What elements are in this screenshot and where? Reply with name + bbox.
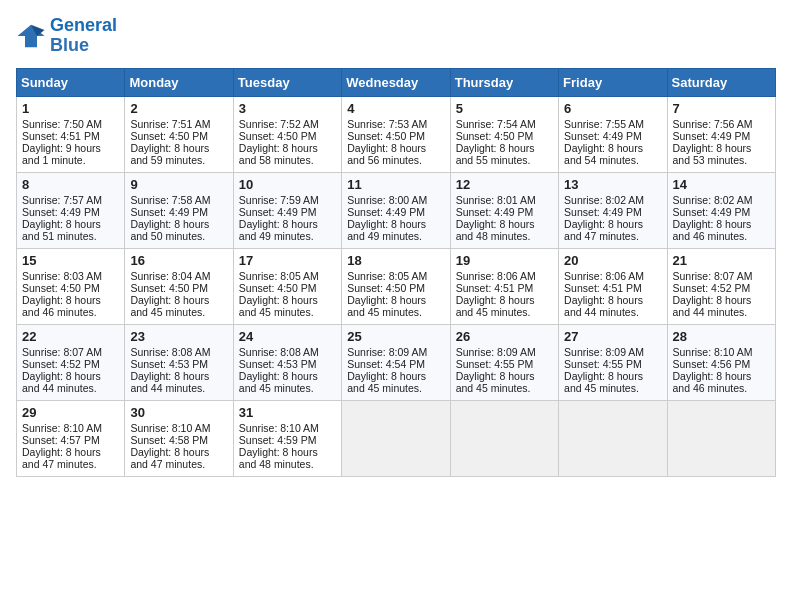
day-info-line: Sunrise: 8:00 AM bbox=[347, 194, 444, 206]
day-number: 1 bbox=[22, 101, 119, 116]
calendar-cell: 14Sunrise: 8:02 AMSunset: 4:49 PMDayligh… bbox=[667, 172, 775, 248]
day-info-line: Daylight: 8 hours bbox=[347, 294, 444, 306]
day-info-line: and 54 minutes. bbox=[564, 154, 661, 166]
day-number: 6 bbox=[564, 101, 661, 116]
day-info-line: Daylight: 8 hours bbox=[239, 370, 336, 382]
day-info-line: and 44 minutes. bbox=[564, 306, 661, 318]
day-number: 20 bbox=[564, 253, 661, 268]
day-info-line: and 44 minutes. bbox=[22, 382, 119, 394]
day-number: 16 bbox=[130, 253, 227, 268]
day-info-line: Daylight: 8 hours bbox=[673, 294, 770, 306]
day-info-line: Sunrise: 8:08 AM bbox=[239, 346, 336, 358]
day-info-line: Sunrise: 8:09 AM bbox=[456, 346, 553, 358]
day-info-line: Sunrise: 8:05 AM bbox=[239, 270, 336, 282]
logo-text: General Blue bbox=[50, 16, 117, 56]
day-info-line: Sunrise: 8:10 AM bbox=[22, 422, 119, 434]
day-number: 21 bbox=[673, 253, 770, 268]
day-info-line: Sunset: 4:50 PM bbox=[239, 282, 336, 294]
day-number: 22 bbox=[22, 329, 119, 344]
calendar-cell: 9Sunrise: 7:58 AMSunset: 4:49 PMDaylight… bbox=[125, 172, 233, 248]
header-saturday: Saturday bbox=[667, 68, 775, 96]
day-info-line: and 55 minutes. bbox=[456, 154, 553, 166]
day-info-line: Sunrise: 7:57 AM bbox=[22, 194, 119, 206]
week-row-5: 29Sunrise: 8:10 AMSunset: 4:57 PMDayligh… bbox=[17, 400, 776, 476]
day-info-line: Daylight: 8 hours bbox=[130, 294, 227, 306]
day-info-line: Sunrise: 7:55 AM bbox=[564, 118, 661, 130]
day-info-line: and 46 minutes. bbox=[673, 382, 770, 394]
day-info-line: Sunset: 4:51 PM bbox=[456, 282, 553, 294]
day-info-line: Sunset: 4:49 PM bbox=[239, 206, 336, 218]
day-info-line: and 45 minutes. bbox=[239, 382, 336, 394]
svg-marker-0 bbox=[18, 25, 45, 48]
day-number: 14 bbox=[673, 177, 770, 192]
header-sunday: Sunday bbox=[17, 68, 125, 96]
day-info-line: Sunset: 4:52 PM bbox=[673, 282, 770, 294]
calendar-cell bbox=[342, 400, 450, 476]
day-info-line: Sunset: 4:50 PM bbox=[347, 130, 444, 142]
day-info-line: Sunset: 4:50 PM bbox=[456, 130, 553, 142]
day-info-line: Sunrise: 7:50 AM bbox=[22, 118, 119, 130]
calendar-cell: 17Sunrise: 8:05 AMSunset: 4:50 PMDayligh… bbox=[233, 248, 341, 324]
day-number: 29 bbox=[22, 405, 119, 420]
day-info-line: and 44 minutes. bbox=[130, 382, 227, 394]
calendar-cell: 11Sunrise: 8:00 AMSunset: 4:49 PMDayligh… bbox=[342, 172, 450, 248]
day-info-line: Sunrise: 7:52 AM bbox=[239, 118, 336, 130]
calendar-cell: 24Sunrise: 8:08 AMSunset: 4:53 PMDayligh… bbox=[233, 324, 341, 400]
calendar-cell: 21Sunrise: 8:07 AMSunset: 4:52 PMDayligh… bbox=[667, 248, 775, 324]
day-info-line: and 47 minutes. bbox=[564, 230, 661, 242]
day-number: 9 bbox=[130, 177, 227, 192]
day-info-line: Sunset: 4:55 PM bbox=[456, 358, 553, 370]
calendar-cell: 8Sunrise: 7:57 AMSunset: 4:49 PMDaylight… bbox=[17, 172, 125, 248]
calendar-cell: 26Sunrise: 8:09 AMSunset: 4:55 PMDayligh… bbox=[450, 324, 558, 400]
day-info-line: Sunset: 4:49 PM bbox=[673, 130, 770, 142]
day-info-line: Daylight: 8 hours bbox=[239, 446, 336, 458]
day-info-line: and 45 minutes. bbox=[456, 382, 553, 394]
week-row-4: 22Sunrise: 8:07 AMSunset: 4:52 PMDayligh… bbox=[17, 324, 776, 400]
day-info-line: and 45 minutes. bbox=[239, 306, 336, 318]
day-info-line: Sunset: 4:50 PM bbox=[347, 282, 444, 294]
day-info-line: Daylight: 9 hours bbox=[22, 142, 119, 154]
calendar-cell: 3Sunrise: 7:52 AMSunset: 4:50 PMDaylight… bbox=[233, 96, 341, 172]
day-info-line: Daylight: 8 hours bbox=[239, 218, 336, 230]
day-number: 2 bbox=[130, 101, 227, 116]
day-info-line: Sunrise: 8:06 AM bbox=[456, 270, 553, 282]
day-info-line: and 53 minutes. bbox=[673, 154, 770, 166]
calendar-cell: 20Sunrise: 8:06 AMSunset: 4:51 PMDayligh… bbox=[559, 248, 667, 324]
day-number: 4 bbox=[347, 101, 444, 116]
day-info-line: Sunset: 4:51 PM bbox=[22, 130, 119, 142]
calendar-cell: 4Sunrise: 7:53 AMSunset: 4:50 PMDaylight… bbox=[342, 96, 450, 172]
day-info-line: Sunrise: 8:09 AM bbox=[347, 346, 444, 358]
day-info-line: Daylight: 8 hours bbox=[564, 218, 661, 230]
day-info-line: and 1 minute. bbox=[22, 154, 119, 166]
day-number: 15 bbox=[22, 253, 119, 268]
day-info-line: Sunrise: 7:51 AM bbox=[130, 118, 227, 130]
day-info-line: Sunrise: 8:10 AM bbox=[673, 346, 770, 358]
day-info-line: Sunrise: 8:10 AM bbox=[239, 422, 336, 434]
day-info-line: and 47 minutes. bbox=[130, 458, 227, 470]
day-info-line: and 51 minutes. bbox=[22, 230, 119, 242]
week-row-3: 15Sunrise: 8:03 AMSunset: 4:50 PMDayligh… bbox=[17, 248, 776, 324]
day-info-line: Sunrise: 8:05 AM bbox=[347, 270, 444, 282]
day-info-line: Sunrise: 8:03 AM bbox=[22, 270, 119, 282]
day-number: 31 bbox=[239, 405, 336, 420]
calendar-cell bbox=[667, 400, 775, 476]
day-info-line: Daylight: 8 hours bbox=[456, 142, 553, 154]
day-info-line: Sunset: 4:49 PM bbox=[22, 206, 119, 218]
calendar-cell: 23Sunrise: 8:08 AMSunset: 4:53 PMDayligh… bbox=[125, 324, 233, 400]
day-info-line: Sunset: 4:49 PM bbox=[673, 206, 770, 218]
day-info-line: Daylight: 8 hours bbox=[347, 370, 444, 382]
day-info-line: Sunset: 4:49 PM bbox=[456, 206, 553, 218]
day-number: 17 bbox=[239, 253, 336, 268]
day-info-line: Daylight: 8 hours bbox=[564, 294, 661, 306]
day-info-line: Sunset: 4:50 PM bbox=[130, 130, 227, 142]
day-number: 7 bbox=[673, 101, 770, 116]
day-info-line: Daylight: 8 hours bbox=[456, 294, 553, 306]
day-info-line: Sunset: 4:49 PM bbox=[347, 206, 444, 218]
day-info-line: Daylight: 8 hours bbox=[673, 370, 770, 382]
day-info-line: and 49 minutes. bbox=[347, 230, 444, 242]
day-info-line: and 45 minutes. bbox=[456, 306, 553, 318]
calendar-cell: 12Sunrise: 8:01 AMSunset: 4:49 PMDayligh… bbox=[450, 172, 558, 248]
day-number: 3 bbox=[239, 101, 336, 116]
calendar-cell: 27Sunrise: 8:09 AMSunset: 4:55 PMDayligh… bbox=[559, 324, 667, 400]
day-info-line: Sunrise: 8:01 AM bbox=[456, 194, 553, 206]
